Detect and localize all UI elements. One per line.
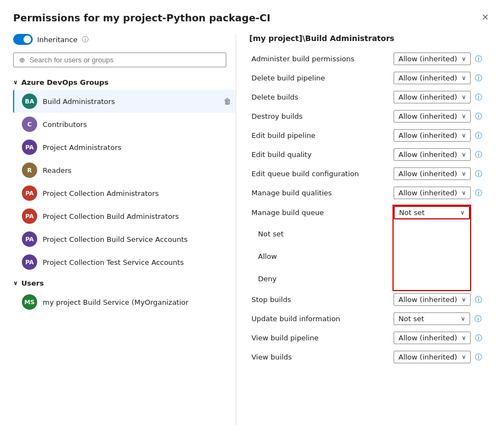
modal: Permissions for my project-Python packag…	[0, 0, 504, 435]
user-item-my-project-build-svc[interactable]: MS my project Build Service (MyOrganizat…	[13, 291, 236, 314]
info-icon[interactable]: ⓘ	[475, 188, 482, 198]
permission-row: Manage build qualities Allow (inherited)…	[249, 183, 491, 202]
permission-dropdown[interactable]: Allow (inherited) ∨	[394, 332, 471, 344]
group-item-readers[interactable]: R Readers	[13, 159, 236, 182]
avatar: R	[22, 163, 37, 178]
users-list: MS my project Build Service (MyOrganizat…	[13, 291, 236, 314]
permission-name: View builds	[249, 347, 391, 367]
permission-dropdown[interactable]: Allow (inherited) ∨	[394, 351, 471, 363]
dropdown-value: Allow (inherited)	[398, 334, 457, 342]
modal-title: Permissions for my project-Python packag…	[13, 12, 271, 24]
inheritance-row: Inheritance ⓘ	[13, 34, 236, 45]
modal-header: Permissions for my project-Python packag…	[13, 11, 491, 24]
permission-row: Manage build queue Not set ∨	[249, 202, 491, 223]
dropdown-value: Allow (inherited)	[398, 55, 457, 63]
dropdown-cell: Allow (inherited) ∨ ⓘ	[394, 293, 484, 306]
permission-dropdown[interactable]: Allow (inherited) ∨	[394, 91, 471, 103]
group-item-proj-coll-build-svc[interactable]: PA Project Collection Build Service Acco…	[13, 228, 236, 251]
permissions-table: Administer build permissions Allow (inhe…	[249, 49, 491, 367]
permission-name: View build pipeline	[249, 328, 391, 347]
dropdown-cell: Not set ∨ ⓘ	[394, 312, 484, 325]
permission-dropdown[interactable]: Allow (inherited) ∨	[394, 167, 471, 180]
inheritance-info-icon[interactable]: ⓘ	[82, 35, 89, 44]
info-icon[interactable]: ⓘ	[475, 92, 482, 102]
chevron-down-icon: ∨	[461, 315, 465, 322]
chevron-down-icon: ∨	[461, 132, 466, 139]
permission-dropdown[interactable]: Allow (inherited) ∨	[394, 293, 471, 306]
dropdown-cell: Deny	[251, 271, 389, 287]
users-header[interactable]: ∨ Users	[13, 276, 236, 291]
group-item-proj-coll-admins[interactable]: PA Project Collection Administrators	[13, 182, 236, 205]
search-input[interactable]	[30, 56, 220, 64]
info-icon[interactable]: ⓘ	[475, 169, 482, 179]
info-icon[interactable]: ⓘ	[475, 112, 482, 121]
dropdown-value: Allow (inherited)	[398, 112, 457, 120]
dropdown-value: Allow (inherited)	[398, 170, 457, 178]
groups-header[interactable]: ∨ Azure DevOps Groups	[13, 75, 236, 90]
avatar: C	[22, 117, 37, 132]
group-item-build-admins[interactable]: BA Build Administrators 🗑	[13, 90, 236, 113]
dropdown-cell: Allow (inherited) ∨ ⓘ	[394, 187, 484, 199]
group-item-proj-coll-test-svc[interactable]: PA Project Collection Test Service Accou…	[13, 251, 236, 274]
chevron-down-icon: ∨	[461, 334, 466, 341]
permission-name: Destroy builds	[249, 107, 391, 126]
info-icon[interactable]: ⓘ	[475, 333, 482, 343]
permission-row: Administer build permissions Allow (inhe…	[249, 49, 491, 68]
search-icon: ⊕	[19, 56, 25, 64]
dropdown-value: Allow (inherited)	[398, 295, 457, 304]
info-icon[interactable]: ⓘ	[475, 131, 482, 141]
users-label: Users	[21, 279, 44, 287]
delete-icon[interactable]: 🗑	[224, 97, 231, 106]
permission-row: View build pipeline Allow (inherited) ∨ …	[249, 328, 491, 347]
group-item-project-admins[interactable]: PA Project Administrators	[13, 136, 236, 159]
inheritance-toggle[interactable]	[13, 34, 33, 45]
permission-name: Delete builds	[249, 88, 391, 107]
dropdown-value: Not set	[399, 208, 425, 217]
info-icon[interactable]: ⓘ	[475, 150, 482, 160]
permission-row: Edit build pipeline Allow (inherited) ∨ …	[249, 126, 491, 145]
permission-dropdown[interactable]: Allow (inherited) ∨	[394, 148, 471, 161]
chevron-down-icon: ∨	[461, 296, 466, 303]
dropdown-cell: Allow (inherited) ∨ ⓘ	[394, 53, 484, 65]
permission-dropdown[interactable]: Allow (inherited) ∨	[394, 187, 471, 199]
info-icon[interactable]: ⓘ	[475, 295, 482, 305]
groups-chevron-icon: ∨	[13, 79, 18, 86]
permission-dropdown[interactable]: Allow (inherited) ∨	[394, 53, 471, 65]
dropdown-cell: Allow (inherited) ∨ ⓘ	[394, 148, 484, 161]
dropdown-option[interactable]: Deny	[251, 271, 328, 287]
dropdown-cell: Allow (inherited) ∨ ⓘ	[394, 129, 484, 142]
dropdown-option[interactable]: Not set	[251, 226, 328, 242]
dropdown-value: Allow (inherited)	[398, 74, 457, 82]
permission-name: Edit build quality	[249, 145, 391, 164]
dropdown-cell: Allow	[251, 248, 389, 264]
group-item-contributors[interactable]: C Contributors	[13, 113, 236, 136]
dropdown-option[interactable]: Allow	[251, 248, 328, 264]
permission-row: Edit queue build configuration Allow (in…	[249, 164, 491, 183]
dropdown-cell: Allow (inherited) ∨ ⓘ	[394, 332, 484, 344]
permission-dropdown[interactable]: Allow (inherited) ∨	[394, 110, 471, 123]
info-icon[interactable]: ⓘ	[474, 314, 482, 324]
chevron-down-icon: ∨	[461, 151, 466, 158]
chevron-down-icon: ∨	[461, 55, 466, 62]
permission-dropdown[interactable]: Not set ∨	[394, 206, 470, 219]
groups-label: Azure DevOps Groups	[21, 78, 109, 86]
avatar: PA	[22, 254, 37, 270]
main-content: Inheritance ⓘ ⊕ ∨ Azure DevOps Groups BA…	[13, 34, 491, 425]
permission-row: Edit build quality Allow (inherited) ∨ ⓘ	[249, 145, 491, 164]
permission-dropdown[interactable]: Not set ∨	[394, 312, 470, 325]
info-icon[interactable]: ⓘ	[475, 352, 482, 362]
group-item-label: Project Collection Build Administrators	[43, 212, 231, 221]
dropdown-cell: Allow (inherited) ∨ ⓘ	[394, 351, 484, 363]
group-item-label: Project Collection Test Service Accounts	[43, 258, 231, 266]
permission-dropdown[interactable]: Allow (inherited) ∨	[394, 129, 471, 142]
info-icon[interactable]: ⓘ	[475, 73, 482, 83]
inheritance-label: Inheritance	[37, 36, 78, 44]
close-button[interactable]: ✕	[479, 11, 491, 24]
dropdown-value: Allow (inherited)	[398, 353, 457, 361]
group-item-proj-coll-build-admins[interactable]: PA Project Collection Build Administrato…	[13, 205, 236, 228]
permission-dropdown[interactable]: Allow (inherited) ∨	[394, 72, 471, 84]
dropdown-cell: Allow (inherited) ∨ ⓘ	[394, 72, 484, 84]
dropdown-value: Allow (inherited)	[398, 150, 457, 159]
avatar: PA	[22, 140, 37, 155]
info-icon[interactable]: ⓘ	[475, 54, 482, 64]
